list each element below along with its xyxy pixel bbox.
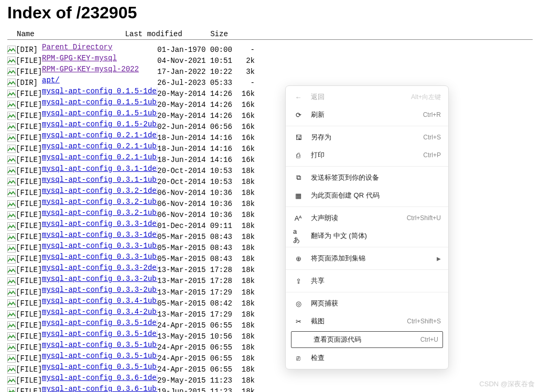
entry-link[interactable]: mysql-apt-config_0.3.5-1debian..> [42,319,157,327]
trans-icon: aあ [293,227,304,245]
entry-link[interactable]: mysql-apt-config_0.3.5-1ubuntu..> [42,341,157,349]
entry-link[interactable]: mysql-apt-config_0.3.1-1ubuntu..> [42,176,157,184]
menu-item[interactable]: 查看页面源代码Ctrl+U [291,331,443,348]
file-icon [7,167,16,176]
file-icon [7,332,16,341]
entry-link[interactable]: mysql-apt-config_0.3.3-1ubuntu..> [42,242,157,250]
menu-item[interactable]: ⧉发送标签页到你的设备 [286,169,448,187]
back-icon: ← [293,93,304,101]
table-row: [FILE] mysql-apt-config_0.3.1-1ubuntu..>… [7,176,540,187]
file-icon [7,145,16,154]
entry-link[interactable]: mysql-apt-config_0.3.2-1debian..> [42,187,157,195]
menu-item[interactable]: ⊕将页面添加到集锦▶ [286,249,448,267]
entry-size: 18k [231,332,255,341]
entry-link[interactable]: mysql-apt-config_0.1.5-1ubuntu..> [42,109,157,117]
table-row: [FILE] RPM-GPG-KEY-mysql-202217-Jan-2022… [7,65,540,76]
entry-type: [FILE] [16,277,42,286]
entry-link[interactable]: mysql-apt-config_0.3.4-2ubuntu..> [42,308,157,316]
entry-link[interactable]: mysql-apt-config_0.3.1-1debian..> [42,165,157,173]
entry-link[interactable]: mysql-apt-config_0.3.3-1debian..> [42,231,157,239]
entry-type: [DIR] [16,79,42,88]
file-icon [7,376,16,385]
entry-type: [FILE] [16,310,42,319]
table-row: [FILE] mysql-apt-config_0.3.3-1ubuntu..>… [7,242,540,253]
entry-link[interactable]: mysql-apt-config_0.2.1-1ubuntu..> [42,142,157,150]
menu-item[interactable]: ⇪共享 [286,272,448,290]
entry-link[interactable]: mysql-apt-config_0.3.5-1ubuntu..> [42,363,157,371]
menu-item[interactable]: ▦为此页面创建 QR 代码 [286,187,448,204]
file-listing: [DIR] Parent Directory01-Jan-1970 00:00-… [7,43,540,392]
entry-link[interactable]: mysql-apt-config_0.3.3-2debian..> [42,264,157,272]
entry-size: 18k [231,343,255,352]
menu-item[interactable]: ✂截图Ctrl+Shift+S [286,312,448,330]
entry-link[interactable]: mysql-apt-config_0.2.1-1ubuntu..> [42,153,157,161]
menu-item-shortcut: Ctrl+U [420,336,438,343]
menu-item[interactable]: ⎙打印Ctrl+P [286,146,448,164]
entry-link[interactable]: mysql-apt-config_0.3.4-1ubuntu..> [42,297,157,305]
table-row: [FILE] mysql-apt-config_0.3.5-1ubuntu..>… [7,363,540,374]
entry-modified: 24-Apr-2015 06:55 [157,365,231,374]
menu-separator [286,247,448,247]
entry-link[interactable]: Parent Directory [42,43,112,51]
entry-link[interactable]: mysql-apt-config_0.1.5-1ubuntu..> [42,98,157,106]
menu-item[interactable]: ◎网页捕获 [286,295,448,312]
table-row: [FILE] mysql-apt-config_0.3.3-1ubuntu..>… [7,253,540,264]
entry-size: 18k [231,310,255,319]
table-row: [FILE] mysql-apt-config_0.3.2-1ubuntu..>… [7,209,540,220]
entry-link[interactable]: mysql-apt-config_0.3.5-1ubuntu..> [42,352,157,360]
file-icon [7,156,16,165]
entry-type: [FILE] [16,332,42,341]
menu-separator [286,126,448,126]
entry-link[interactable]: mysql-apt-config_0.3.6-1ubuntu..> [42,385,157,392]
file-icon [7,387,16,392]
entry-modified: 24-Apr-2015 06:55 [157,321,231,330]
file-icon [7,354,16,363]
entry-size: - [231,46,255,55]
menu-item[interactable]: Aᴬ大声朗读Ctrl+Shift+U [286,209,448,227]
file-icon [7,178,16,187]
entry-link[interactable]: mysql-apt-config_0.1.5-2ubuntu..> [42,120,157,128]
entry-link[interactable]: RPM-GPG-KEY-mysql-2022 [42,65,139,73]
menu-item[interactable]: ⟳刷新Ctrl+R [286,106,448,124]
entry-size: 18k [231,244,255,253]
entry-link[interactable]: mysql-apt-config_0.3.6-1debian..> [42,374,157,382]
entry-type: [FILE] [16,167,42,176]
entry-link[interactable]: mysql-apt-config_0.3.2-1ubuntu..> [42,209,157,217]
entry-link[interactable]: mysql-apt-config_0.3.2-1ubuntu..> [42,198,157,206]
entry-link[interactable]: mysql-apt-config_0.3.3-1ubuntu..> [42,253,157,261]
menu-item[interactable]: ⎚检查 [286,349,448,367]
entry-link[interactable]: mysql-apt-config_0.3.3-2ubuntu..> [42,275,157,283]
entry-link[interactable]: mysql-apt-config_0.3.3-2ubuntu..> [42,286,157,294]
entry-type: [FILE] [16,266,42,275]
entry-size: 18k [231,178,255,187]
table-row: [FILE] mysql-apt-config_0.3.3-2debian..>… [7,264,540,275]
table-row: [FILE] mysql-apt-config_0.3.5-1ubuntu..>… [7,352,540,363]
entry-link[interactable]: apt/ [42,76,60,84]
menu-item-label: 打印 [311,150,423,160]
entry-size: 16k [231,156,255,165]
entry-link[interactable]: mysql-apt-config_0.3.3-1debian..> [42,220,157,228]
table-row: [FILE] mysql-apt-config_0.1.5-1ubuntu..>… [7,98,540,109]
menu-item-label: 截图 [311,317,407,326]
file-icon [7,68,16,77]
table-row: [FILE] mysql-apt-config_0.3.2-1debian..>… [7,187,540,198]
entry-link[interactable]: RPM-GPG-KEY-mysql [42,54,117,62]
entry-link[interactable]: mysql-apt-config_0.2.1-1debian..> [42,131,157,139]
entry-modified: 29-May-2015 11:23 [157,376,231,385]
menu-item[interactable]: aあ翻译为 中文 (简体) [286,227,448,245]
entry-modified: 20-May-2014 14:26 [157,112,231,121]
entry-link[interactable]: mysql-apt-config_0.3.5-1debian..> [42,330,157,338]
entry-type: [FILE] [16,233,42,242]
entry-modified: 05-Mar-2015 08:43 [157,233,231,242]
entry-modified: 06-Nov-2014 10:36 [157,200,231,209]
menu-item[interactable]: 🖫另存为Ctrl+S [286,128,448,146]
menu-item-label: 刷新 [311,110,423,119]
entry-link[interactable]: mysql-apt-config_0.1.5-1debian..> [42,87,157,95]
entry-type: [FILE] [16,90,42,99]
context-menu: ←返回Alt+向左键⟳刷新Ctrl+R🖫另存为Ctrl+S⎙打印Ctrl+P⧉发… [285,85,449,369]
entry-modified: 05-Mar-2015 08:43 [157,255,231,264]
entry-size: 3k [231,68,255,77]
file-icon [7,321,16,330]
inspect-icon: ⎚ [293,354,304,362]
menu-item-label: 网页捕获 [311,299,441,308]
